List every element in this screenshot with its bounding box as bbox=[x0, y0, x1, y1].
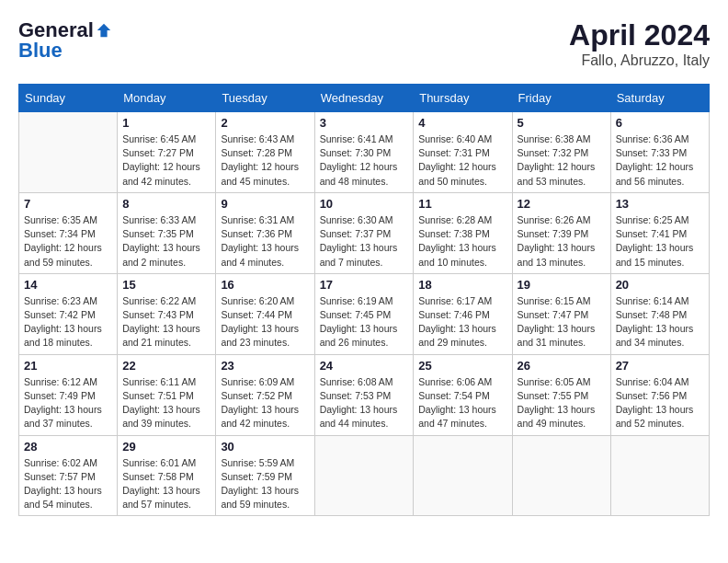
calendar-cell: 26Sunrise: 6:05 AMSunset: 7:55 PMDayligh… bbox=[512, 354, 610, 435]
location-text: Fallo, Abruzzo, Italy bbox=[569, 52, 710, 69]
calendar-cell: 30Sunrise: 5:59 AMSunset: 7:59 PMDayligh… bbox=[216, 435, 314, 516]
day-info: Sunrise: 6:12 AMSunset: 7:49 PMDaylight:… bbox=[24, 375, 112, 431]
day-number: 24 bbox=[320, 359, 409, 373]
day-info: Sunrise: 6:23 AMSunset: 7:42 PMDaylight:… bbox=[24, 294, 112, 350]
day-number: 4 bbox=[418, 116, 506, 130]
day-info: Sunrise: 6:17 AMSunset: 7:46 PMDaylight:… bbox=[418, 294, 506, 350]
day-number: 14 bbox=[24, 278, 112, 292]
day-number: 21 bbox=[24, 359, 112, 373]
calendar-cell bbox=[414, 435, 512, 516]
calendar-cell: 16Sunrise: 6:20 AMSunset: 7:44 PMDayligh… bbox=[216, 273, 314, 354]
day-header-saturday: Saturday bbox=[610, 85, 709, 112]
calendar-cell: 18Sunrise: 6:17 AMSunset: 7:46 PMDayligh… bbox=[414, 273, 512, 354]
calendar-cell: 2Sunrise: 6:43 AMSunset: 7:28 PMDaylight… bbox=[216, 112, 314, 193]
calendar-cell: 3Sunrise: 6:41 AMSunset: 7:30 PMDaylight… bbox=[314, 112, 414, 193]
day-number: 9 bbox=[221, 197, 309, 211]
calendar-cell: 7Sunrise: 6:35 AMSunset: 7:34 PMDaylight… bbox=[19, 192, 118, 273]
day-header-sunday: Sunday bbox=[19, 85, 118, 112]
day-info: Sunrise: 6:30 AMSunset: 7:37 PMDaylight:… bbox=[320, 213, 409, 270]
calendar-cell: 13Sunrise: 6:25 AMSunset: 7:41 PMDayligh… bbox=[610, 192, 709, 273]
calendar-cell: 27Sunrise: 6:04 AMSunset: 7:56 PMDayligh… bbox=[610, 354, 709, 435]
day-info: Sunrise: 6:26 AMSunset: 7:39 PMDaylight:… bbox=[518, 213, 606, 270]
day-info: Sunrise: 6:36 AMSunset: 7:33 PMDaylight:… bbox=[616, 132, 704, 189]
calendar-cell: 4Sunrise: 6:40 AMSunset: 7:31 PMDaylight… bbox=[414, 112, 512, 193]
day-info: Sunrise: 6:25 AMSunset: 7:41 PMDaylight:… bbox=[616, 213, 704, 270]
day-number: 27 bbox=[616, 359, 704, 373]
day-number: 18 bbox=[418, 278, 506, 292]
title-block: April 2024 Fallo, Abruzzo, Italy bbox=[569, 18, 710, 69]
calendar-cell: 28Sunrise: 6:02 AMSunset: 7:57 PMDayligh… bbox=[19, 435, 118, 516]
day-info: Sunrise: 6:14 AMSunset: 7:48 PMDaylight:… bbox=[616, 294, 704, 350]
day-number: 7 bbox=[24, 197, 112, 211]
calendar-table: SundayMondayTuesdayWednesdayThursdayFrid… bbox=[18, 84, 710, 516]
day-header-monday: Monday bbox=[118, 85, 216, 112]
calendar-cell: 1Sunrise: 6:45 AMSunset: 7:27 PMDaylight… bbox=[118, 112, 216, 193]
calendar-cell bbox=[19, 112, 118, 193]
calendar-cell: 25Sunrise: 6:06 AMSunset: 7:54 PMDayligh… bbox=[414, 354, 512, 435]
day-info: Sunrise: 6:45 AMSunset: 7:27 PMDaylight:… bbox=[122, 132, 210, 189]
calendar-cell: 29Sunrise: 6:01 AMSunset: 7:58 PMDayligh… bbox=[118, 435, 216, 516]
day-number: 1 bbox=[122, 116, 210, 130]
day-number: 13 bbox=[616, 197, 704, 211]
day-number: 17 bbox=[320, 278, 409, 292]
calendar-cell: 22Sunrise: 6:11 AMSunset: 7:51 PMDayligh… bbox=[118, 354, 216, 435]
day-number: 25 bbox=[418, 359, 506, 373]
day-info: Sunrise: 6:19 AMSunset: 7:45 PMDaylight:… bbox=[320, 294, 409, 350]
day-header-wednesday: Wednesday bbox=[314, 85, 414, 112]
day-number: 22 bbox=[122, 359, 210, 373]
day-header-friday: Friday bbox=[512, 85, 610, 112]
day-number: 11 bbox=[418, 197, 506, 211]
logo-blue-text: Blue bbox=[18, 39, 63, 63]
calendar-cell bbox=[512, 435, 610, 516]
day-number: 23 bbox=[221, 359, 309, 373]
logo: General Blue bbox=[18, 18, 112, 63]
day-info: Sunrise: 6:04 AMSunset: 7:56 PMDaylight:… bbox=[616, 375, 704, 431]
calendar-cell: 9Sunrise: 6:31 AMSunset: 7:36 PMDaylight… bbox=[216, 192, 314, 273]
calendar-week-row: 28Sunrise: 6:02 AMSunset: 7:57 PMDayligh… bbox=[19, 435, 710, 516]
day-number: 30 bbox=[221, 440, 309, 454]
calendar-week-row: 14Sunrise: 6:23 AMSunset: 7:42 PMDayligh… bbox=[19, 273, 710, 354]
day-number: 20 bbox=[616, 278, 704, 292]
page-header: General Blue April 2024 Fallo, Abruzzo, … bbox=[18, 18, 710, 69]
day-info: Sunrise: 6:28 AMSunset: 7:38 PMDaylight:… bbox=[418, 213, 506, 270]
calendar-cell bbox=[610, 435, 709, 516]
calendar-header-row: SundayMondayTuesdayWednesdayThursdayFrid… bbox=[19, 85, 710, 112]
calendar-cell: 19Sunrise: 6:15 AMSunset: 7:47 PMDayligh… bbox=[512, 273, 610, 354]
day-number: 26 bbox=[518, 359, 606, 373]
day-info: Sunrise: 6:15 AMSunset: 7:47 PMDaylight:… bbox=[518, 294, 606, 350]
calendar-cell bbox=[314, 435, 414, 516]
day-number: 8 bbox=[122, 197, 210, 211]
day-header-tuesday: Tuesday bbox=[216, 85, 314, 112]
calendar-cell: 24Sunrise: 6:08 AMSunset: 7:53 PMDayligh… bbox=[314, 354, 414, 435]
day-info: Sunrise: 6:22 AMSunset: 7:43 PMDaylight:… bbox=[122, 294, 210, 350]
day-number: 12 bbox=[518, 197, 606, 211]
day-info: Sunrise: 6:08 AMSunset: 7:53 PMDaylight:… bbox=[320, 375, 409, 431]
calendar-cell: 8Sunrise: 6:33 AMSunset: 7:35 PMDaylight… bbox=[118, 192, 216, 273]
calendar-cell: 5Sunrise: 6:38 AMSunset: 7:32 PMDaylight… bbox=[512, 112, 610, 193]
logo-icon bbox=[96, 22, 112, 39]
day-number: 28 bbox=[24, 440, 112, 454]
day-number: 15 bbox=[122, 278, 210, 292]
day-info: Sunrise: 6:33 AMSunset: 7:35 PMDaylight:… bbox=[122, 213, 210, 270]
day-info: Sunrise: 6:11 AMSunset: 7:51 PMDaylight:… bbox=[122, 375, 210, 431]
day-info: Sunrise: 6:06 AMSunset: 7:54 PMDaylight:… bbox=[418, 375, 506, 431]
calendar-week-row: 7Sunrise: 6:35 AMSunset: 7:34 PMDaylight… bbox=[19, 192, 710, 273]
calendar-cell: 15Sunrise: 6:22 AMSunset: 7:43 PMDayligh… bbox=[118, 273, 216, 354]
day-info: Sunrise: 6:43 AMSunset: 7:28 PMDaylight:… bbox=[221, 132, 309, 189]
calendar-week-row: 21Sunrise: 6:12 AMSunset: 7:49 PMDayligh… bbox=[19, 354, 710, 435]
day-number: 19 bbox=[518, 278, 606, 292]
svg-marker-0 bbox=[97, 24, 110, 37]
day-info: Sunrise: 5:59 AMSunset: 7:59 PMDaylight:… bbox=[221, 456, 309, 512]
day-number: 6 bbox=[616, 116, 704, 130]
day-number: 16 bbox=[221, 278, 309, 292]
day-info: Sunrise: 6:31 AMSunset: 7:36 PMDaylight:… bbox=[221, 213, 309, 270]
day-number: 5 bbox=[518, 116, 606, 130]
day-info: Sunrise: 6:38 AMSunset: 7:32 PMDaylight:… bbox=[518, 132, 606, 189]
day-info: Sunrise: 6:05 AMSunset: 7:55 PMDaylight:… bbox=[518, 375, 606, 431]
calendar-cell: 12Sunrise: 6:26 AMSunset: 7:39 PMDayligh… bbox=[512, 192, 610, 273]
calendar-cell: 11Sunrise: 6:28 AMSunset: 7:38 PMDayligh… bbox=[414, 192, 512, 273]
calendar-cell: 23Sunrise: 6:09 AMSunset: 7:52 PMDayligh… bbox=[216, 354, 314, 435]
calendar-cell: 21Sunrise: 6:12 AMSunset: 7:49 PMDayligh… bbox=[19, 354, 118, 435]
day-number: 29 bbox=[122, 440, 210, 454]
calendar-week-row: 1Sunrise: 6:45 AMSunset: 7:27 PMDaylight… bbox=[19, 112, 710, 193]
